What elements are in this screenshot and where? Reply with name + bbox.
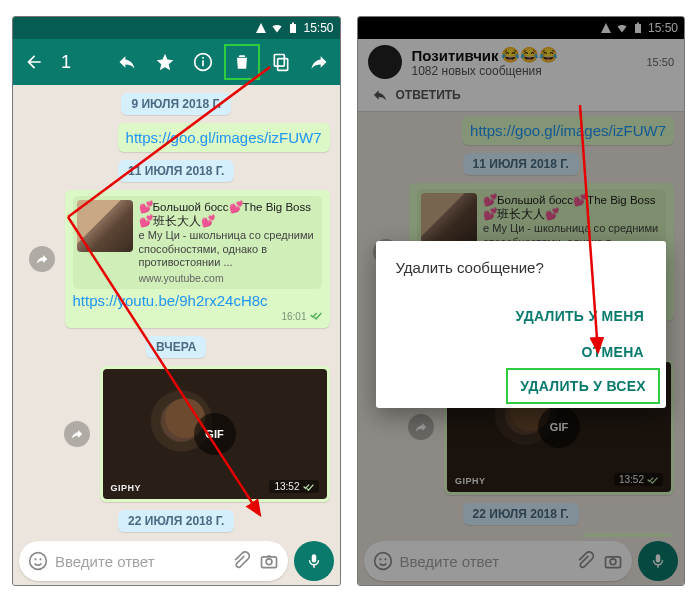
message-youtube[interactable]: 💕Большой босс💕The Big Boss💕班长大人💕 е Му Ци… (65, 190, 330, 328)
selection-count: 1 (61, 52, 71, 73)
read-tick-icon (310, 310, 322, 322)
message-input-container: Введите ответ (19, 541, 288, 581)
signal-icon (255, 22, 267, 34)
date-chip: 22 ИЮЛЯ 2018 Г. (118, 510, 234, 532)
message-link-1[interactable]: https://goo.gl/images/izFUW7 (118, 123, 330, 152)
star-button[interactable] (150, 47, 180, 77)
status-bar: 15:50 (13, 17, 340, 39)
svg-rect-5 (277, 59, 287, 71)
emoji-icon[interactable] (27, 550, 49, 572)
preview-thumb (77, 200, 133, 252)
preview-desc: е Му Ци - школьница со средними способно… (139, 229, 318, 270)
message-time: 16:01 (281, 311, 306, 322)
share-bubble-button[interactable] (29, 246, 55, 272)
input-bar: Введите ответ (13, 537, 340, 585)
battery-icon (287, 22, 299, 34)
message-time: 13:52 (274, 481, 299, 492)
delete-button[interactable] (227, 47, 257, 77)
date-chip: 9 ИЮЛЯ 2018 Г. (121, 93, 231, 115)
info-button[interactable] (188, 47, 218, 77)
link-text: https://goo.gl/images/izFUW7 (126, 129, 322, 146)
delete-for-all-button[interactable]: УДАЛИТЬ У ВСЕХ (506, 368, 660, 404)
reply-button[interactable] (112, 47, 142, 77)
delete-highlight (224, 44, 260, 80)
share-bubble-button[interactable] (64, 421, 90, 447)
svg-rect-4 (202, 57, 204, 59)
svg-point-8 (34, 558, 36, 560)
svg-rect-1 (292, 23, 294, 25)
dialog-title: Удалить сообщение? (396, 259, 659, 276)
preview-source: www.youtube.com (139, 272, 318, 285)
phone-left: 15:50 1 9 ИЮЛЯ 2018 Г. https://g (12, 16, 341, 586)
svg-point-11 (266, 559, 272, 565)
svg-rect-6 (274, 55, 284, 67)
cancel-button[interactable]: ОТМЕНА (568, 334, 658, 370)
back-button[interactable] (19, 47, 49, 77)
copy-button[interactable] (266, 47, 296, 77)
message-input[interactable]: Введите ответ (55, 553, 224, 570)
read-tick-icon (303, 482, 314, 491)
clock: 15:50 (303, 21, 333, 35)
link-preview: 💕Большой босс💕The Big Boss💕班长大人💕 е Му Ци… (73, 196, 322, 289)
date-chip: ВЧЕРА (146, 336, 206, 358)
svg-rect-12 (311, 554, 316, 562)
gif-thumb: GIF GIPHY 13:52 (103, 369, 327, 499)
link-text: https://youtu.be/9h2rx24cH8c (73, 292, 268, 309)
mic-button[interactable] (294, 541, 334, 581)
camera-icon[interactable] (258, 550, 280, 572)
phone-right: 15:50 Позитивчик 😂😂😂 1082 новых сообщени… (357, 16, 686, 586)
svg-point-7 (30, 553, 47, 570)
svg-point-9 (39, 558, 41, 560)
delete-for-me-button[interactable]: УДАЛИТЬ У МЕНЯ (501, 298, 658, 334)
gif-badge: GIF (194, 413, 236, 455)
svg-rect-0 (290, 24, 296, 33)
svg-rect-3 (202, 60, 204, 66)
forward-button[interactable] (304, 47, 334, 77)
delete-dialog: Удалить сообщение? УДАЛИТЬ У МЕНЯ ОТМЕНА… (376, 241, 667, 408)
preview-title: 💕Большой босс💕The Big Boss💕班长大人💕 (139, 200, 318, 229)
giphy-label: GIPHY (111, 483, 142, 493)
chat-body: 9 ИЮЛЯ 2018 Г. https://goo.gl/images/izF… (13, 85, 340, 537)
message-gif[interactable]: GIF GIPHY 13:52 (100, 366, 330, 502)
wifi-icon (271, 22, 283, 34)
attach-icon[interactable] (230, 550, 252, 572)
selection-toolbar: 1 (13, 39, 340, 85)
date-chip: 11 ИЮЛЯ 2018 Г. (118, 160, 234, 182)
